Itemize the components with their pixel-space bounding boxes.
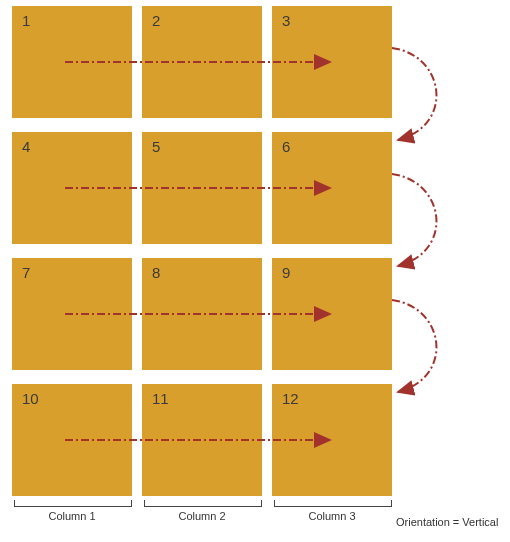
diagram-canvas: 1 2 3 4 5 6 7 8 9 10 11 12 [0, 0, 510, 542]
cell-label: 7 [22, 264, 30, 281]
grid-cell: 5 [142, 132, 262, 244]
grid-cell: 7 [12, 258, 132, 370]
flow-arrow-wrap [392, 48, 436, 140]
grid-cell: 8 [142, 258, 262, 370]
flow-arrow-wrap [392, 300, 436, 392]
grid-cell: 1 [12, 6, 132, 118]
grid-cell: 3 [272, 6, 392, 118]
cell-label: 6 [282, 138, 290, 155]
grid-cell: 4 [12, 132, 132, 244]
grid-cell: 10 [12, 384, 132, 496]
column-bracket [14, 500, 132, 507]
grid-cell: 2 [142, 6, 262, 118]
cell-label: 1 [22, 12, 30, 29]
footer-caption: Orientation = Vertical ColumnCount = 3 [396, 486, 498, 542]
grid-cell: 11 [142, 384, 262, 496]
cell-label: 4 [22, 138, 30, 155]
cell-label: 3 [282, 12, 290, 29]
cell-label: 11 [152, 390, 169, 407]
grid-cell: 9 [272, 258, 392, 370]
grid-cell: 6 [272, 132, 392, 244]
column-bracket [144, 500, 262, 507]
flow-arrow-wrap [392, 174, 436, 266]
cell-label: 9 [282, 264, 290, 281]
column-bracket [274, 500, 392, 507]
cell-label: 10 [22, 390, 39, 407]
cell-label: 12 [282, 390, 299, 407]
cell-label: 2 [152, 12, 160, 29]
column-label: Column 3 [274, 510, 390, 522]
grid-cell: 12 [272, 384, 392, 496]
column-label: Column 2 [144, 510, 260, 522]
cell-label: 5 [152, 138, 160, 155]
footer-orientation: Orientation = Vertical [396, 515, 498, 529]
cell-label: 8 [152, 264, 160, 281]
column-label: Column 1 [14, 510, 130, 522]
